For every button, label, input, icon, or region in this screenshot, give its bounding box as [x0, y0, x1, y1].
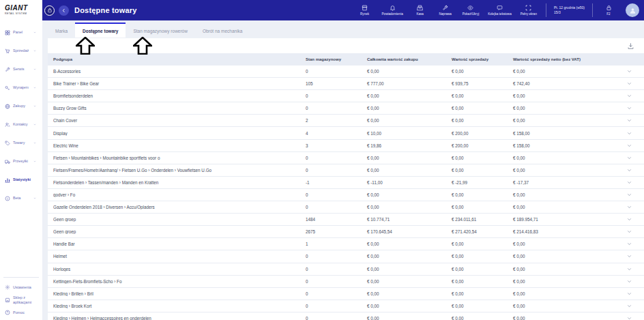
wrench-icon — [5, 67, 10, 72]
table-row[interactable]: Kleding › Helmen › Helmaccessoires en on… — [48, 312, 644, 320]
table-row[interactable]: godver › Fo0€ 0,00€ 0,00€ 0,00 — [48, 189, 644, 201]
back-button[interactable] — [59, 5, 69, 16]
table-row[interactable]: Bromfietsonderdelen0€ 0,00€ 0,00€ 0,00 — [48, 90, 644, 102]
row-expand-button[interactable] — [626, 117, 632, 123]
lock-badge-button[interactable] — [44, 5, 55, 16]
table-row[interactable]: Horloges0€ 0,00€ 0,00€ 0,00 — [48, 263, 644, 276]
chevron-down-icon — [626, 216, 632, 222]
cell-podgrupa: Helmet — [53, 254, 306, 259]
lock-screen-button[interactable]: F2 — [600, 5, 617, 16]
table-row[interactable]: Display4€ 10,00€ 200,00€ 158,00 — [48, 127, 644, 139]
row-expand-button[interactable] — [626, 216, 632, 222]
cell-stan-magazynowy: 0 — [306, 192, 367, 197]
tab-marka[interactable]: Marka — [48, 23, 75, 38]
sidebar-item-panel[interactable]: Panel — [0, 23, 42, 42]
sidebar-item-towary[interactable]: Towary — [0, 134, 42, 152]
sidebar-item-serwis[interactable]: Serwis — [0, 60, 42, 78]
table-row[interactable]: Kleding › Brillen › Bril0€ 0,00€ 0,00€ 0… — [48, 288, 644, 300]
topbar-action-pełny-ekran[interactable]: Pełny ekran — [521, 5, 537, 16]
table-row[interactable]: Handle Bar1€ 0,00€ 0,00€ 0,00 — [48, 238, 644, 250]
cell-stan-magazynowy: -1 — [306, 180, 367, 185]
tab-obrót-na-mechanika[interactable]: Obrót na mechanika — [195, 23, 250, 38]
table-row[interactable]: Kleding › Broek Kort0€ 0,00€ 0,00€ 0,00 — [48, 300, 644, 312]
row-expand-button[interactable] — [626, 291, 632, 297]
row-expand-button[interactable] — [626, 68, 632, 74]
sidebar-item-label: Serwis — [13, 67, 25, 71]
market-icon — [362, 5, 368, 11]
table-row[interactable]: B-Accessories0€ 0,00€ 0,00€ 0,00 — [48, 66, 644, 78]
tag-icon — [5, 141, 10, 146]
brand-logo-subtext: RETAIL SYSTEM — [5, 12, 38, 15]
table-row[interactable]: Bike Trainer › Bike Gear105€ 777,00€ 939… — [48, 78, 644, 90]
cell-wartosc-zakupu: € -11,00 — [367, 180, 452, 185]
row-expand-button[interactable] — [626, 253, 632, 259]
globe-icon — [5, 104, 10, 109]
tab-stan-magazynowy-rowerów[interactable]: Stan magazynowy rowerów — [126, 23, 194, 38]
row-expand-button[interactable] — [626, 179, 632, 186]
lock-button-label: F2 — [606, 12, 610, 16]
cell-stan-magazynowy: 0 — [306, 316, 367, 320]
sidebar-item-statystyki[interactable]: Statystyki — [0, 171, 42, 189]
cell-wartosc-netto: € 0,00 — [513, 267, 614, 272]
tab-dostępne-towary[interactable]: Dostępne towary — [75, 23, 126, 38]
table-row[interactable]: Fietsen/Frames/Hometr/Aanhang/ › Fietsen… — [48, 164, 644, 177]
table-row[interactable]: Geen groep2675€ 170.645,54€ 271.420,54€ … — [48, 226, 644, 238]
chevron-down-icon — [626, 155, 632, 161]
row-expand-button[interactable] — [626, 303, 632, 309]
cell-podgrupa: Handle Bar — [53, 242, 306, 246]
table-row[interactable]: Fietsonderdelen › Tassen/manden › Manden… — [48, 177, 644, 189]
sidebar-item-sklep-z-aplikacjami[interactable]: Sklep z aplikacjami — [0, 293, 42, 307]
table-row[interactable]: Helmet0€ 0,00€ 0,00€ 0,00 — [48, 250, 644, 263]
row-expand-button[interactable] — [626, 167, 632, 173]
cell-wartosc-zakupu: € 0,00 — [367, 168, 452, 173]
topbar-action-rynek[interactable]: Rynek — [357, 5, 373, 16]
row-expand-button[interactable] — [626, 315, 632, 320]
topbar-action-kolejka-tekstowa[interactable]: Kolejka tekstowa — [488, 5, 511, 16]
cell-wartosc-netto: € 0,00 — [513, 291, 614, 296]
row-expand-button[interactable] — [626, 266, 632, 272]
table-row[interactable]: Buzzy Grow Gifts0€ 0,00€ 0,00€ 0,00 — [48, 102, 644, 115]
row-expand-button[interactable] — [626, 81, 632, 87]
sidebar-item-przesyłki[interactable]: Przesyłki — [0, 152, 42, 171]
table-row[interactable]: Geen groep1484€ 10.774,71€ 234.011,61€ 1… — [48, 214, 644, 226]
table-row[interactable]: Electric Wine3€ 19,86€ 200,00€ 158,00 — [48, 140, 644, 152]
row-expand-button[interactable] — [626, 204, 632, 210]
sidebar-item-sprzedaż[interactable]: Sprzedaż — [0, 42, 42, 60]
row-expand-button[interactable] — [626, 192, 632, 198]
row-expand-button[interactable] — [626, 155, 632, 161]
row-expand-button[interactable] — [626, 278, 632, 285]
topbar-action-kasa[interactable]: Kasa — [412, 5, 428, 16]
row-expand-button[interactable] — [626, 130, 632, 136]
chevron-down-icon — [32, 123, 38, 126]
chevron-down-icon — [626, 291, 632, 297]
cell-stan-magazynowy: 4 — [306, 131, 367, 136]
table-row[interactable]: Chain Cover2€ 0,00€ 0,00€ 0,00 — [48, 115, 644, 127]
row-expand-button[interactable] — [626, 105, 632, 111]
row-expand-button[interactable] — [626, 93, 632, 99]
info-icon — [5, 196, 10, 201]
table-row[interactable]: Kettingen-Fiets-Bromfiets-Scho › Fo0€ 0,… — [48, 276, 644, 288]
sidebar-item-label: Statystyki — [13, 177, 31, 181]
sidebar-item-wynajem[interactable]: Wynajem — [0, 78, 42, 97]
table-row[interactable]: Fietsen › Mountainbikes › Mountainbike s… — [48, 152, 644, 164]
sidebar-item-pomoc[interactable]: Pomoc — [0, 307, 42, 318]
cell-podgrupa: Kleding › Helmen › Helmaccessoires en on… — [53, 316, 306, 320]
sidebar-footer: UstawieniaSklep z aplikacjamiPomoc — [0, 277, 42, 318]
table-row[interactable]: Gazelle Onderdelen 2018 › Diversen › Acc… — [48, 201, 644, 214]
topbar-actions: RynekPowiadomieniaKasaNaprawaPokaż/Ukryj… — [357, 5, 537, 16]
person-icon — [629, 7, 636, 14]
sidebar-item-ustawienia[interactable]: Ustawienia — [0, 282, 42, 293]
brand-logo: GIANT RETAIL SYSTEM — [0, 0, 42, 19]
row-expand-button[interactable] — [626, 143, 632, 149]
row-expand-button[interactable] — [626, 229, 632, 235]
topbar-action-pokaż-ukryj[interactable]: Pokaż/Ukryj — [463, 5, 480, 16]
sidebar-item-zakupy[interactable]: Zakupy — [0, 97, 42, 115]
app-root: GIANT RETAIL SYSTEM PanelSprzedażSerwisW… — [0, 0, 644, 320]
user-avatar[interactable] — [626, 3, 639, 17]
topbar-action-powiadomienia[interactable]: Powiadomienia — [382, 5, 403, 16]
sidebar-item-kontakty[interactable]: Kontakty — [0, 115, 42, 134]
download-icon[interactable] — [627, 42, 634, 50]
topbar-action-naprawa[interactable]: Naprawa — [437, 5, 454, 16]
sidebar-item-beta[interactable]: Beta — [0, 189, 42, 207]
row-expand-button[interactable] — [626, 241, 632, 247]
